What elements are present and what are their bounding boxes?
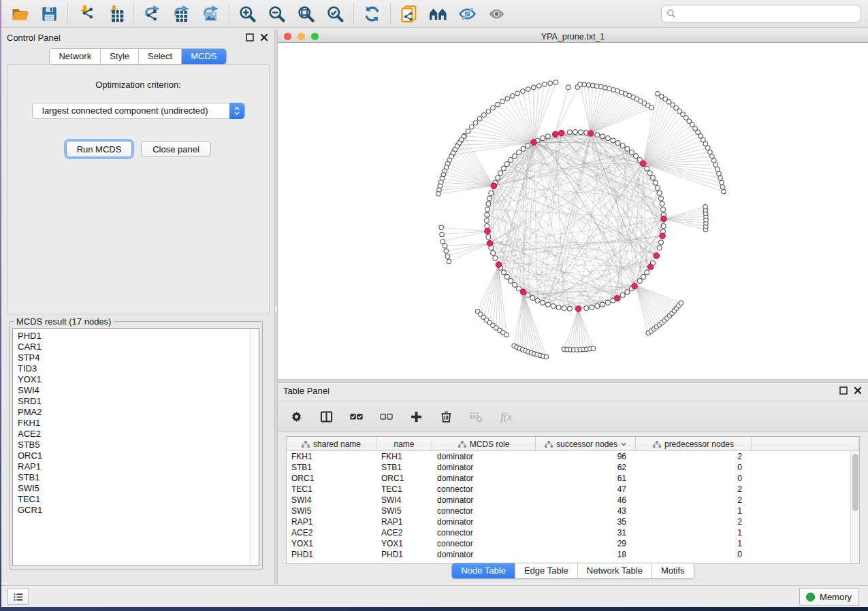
tab-network[interactable]: Network bbox=[50, 49, 101, 64]
mcds-result-list[interactable]: PHD1CAR1STP4TID3YOX1SWI4SRD1PMA2FKH1ACE2… bbox=[12, 328, 259, 566]
refresh-view-button[interactable] bbox=[357, 1, 387, 26]
table-row[interactable]: SWI5SWI5connector431 bbox=[287, 506, 859, 516]
table-scrollbar-thumb[interactable] bbox=[852, 454, 858, 511]
network-canvas[interactable] bbox=[278, 43, 868, 379]
mcds-node-item[interactable]: RAP1 bbox=[18, 461, 259, 472]
tab-network-table[interactable]: Network Table bbox=[578, 563, 652, 578]
mcds-node-item[interactable]: TID3 bbox=[18, 363, 259, 374]
show-all-icon bbox=[488, 5, 505, 22]
mcds-node-item[interactable]: CAR1 bbox=[18, 342, 259, 352]
cell-shared_name: FKH1 bbox=[287, 451, 376, 462]
status-bar: Memory bbox=[1, 585, 868, 607]
show-all-button[interactable] bbox=[482, 1, 511, 26]
memory-button[interactable]: Memory bbox=[799, 588, 859, 606]
tab-select[interactable]: Select bbox=[139, 49, 182, 64]
mcds-result-title: MCDS result (17 nodes) bbox=[14, 316, 114, 327]
table-row[interactable]: ACE2ACE2connector311 bbox=[287, 527, 859, 538]
save-session-button[interactable] bbox=[35, 1, 64, 26]
close-panel-icon[interactable] bbox=[259, 33, 269, 42]
table-row[interactable]: PHD1PHD1dominator180 bbox=[287, 549, 859, 560]
cell-name: ORC1 bbox=[376, 473, 432, 484]
search-input[interactable] bbox=[661, 5, 861, 22]
run-mcds-button[interactable]: Run MCDS bbox=[66, 141, 132, 157]
import-network-icon bbox=[78, 5, 95, 22]
delete-row-button[interactable] bbox=[438, 409, 453, 424]
mcds-node-item[interactable]: ACE2 bbox=[18, 429, 259, 440]
cell-name: STB1 bbox=[376, 462, 432, 473]
zoom-fit-button[interactable] bbox=[291, 1, 321, 26]
hide-columns-button[interactable] bbox=[379, 409, 393, 424]
export-image-button[interactable] bbox=[196, 1, 225, 26]
split-columns-button[interactable] bbox=[319, 409, 334, 424]
mcds-node-item[interactable]: ORC1 bbox=[18, 450, 259, 461]
table-row[interactable]: FKH1FKH1dominator962 bbox=[287, 451, 859, 462]
mcds-node-item[interactable]: SRD1 bbox=[18, 396, 259, 407]
tab-motifs[interactable]: Motifs bbox=[652, 563, 694, 578]
zoom-out-button[interactable] bbox=[262, 1, 291, 26]
clone-network-button[interactable] bbox=[394, 1, 423, 26]
mcds-node-item[interactable]: PMA2 bbox=[18, 407, 259, 418]
tab-edge-table[interactable]: Edge Table bbox=[515, 563, 578, 578]
column-header-predecessor-nodes[interactable]: predecessor nodes bbox=[636, 437, 752, 451]
tab-mcds[interactable]: MCDS bbox=[182, 49, 225, 64]
column-header-name[interactable]: name bbox=[376, 437, 432, 451]
mcds-node-item[interactable]: FKH1 bbox=[18, 418, 259, 429]
column-header-successor-nodes[interactable]: successor nodes bbox=[536, 437, 636, 451]
export-table-button[interactable] bbox=[167, 1, 196, 26]
control-panel-tabs: NetworkStyleSelectMCDS bbox=[1, 48, 274, 65]
mcds-node-item[interactable]: STB1 bbox=[18, 472, 259, 483]
task-history-button[interactable] bbox=[7, 589, 29, 605]
float-panel-icon[interactable] bbox=[839, 386, 848, 395]
zoom-in-button[interactable] bbox=[233, 1, 262, 26]
mcds-node-item[interactable]: STB5 bbox=[18, 440, 259, 450]
import-table-button[interactable] bbox=[101, 1, 130, 26]
network-window-titlebar[interactable]: YPA_prune.txt_1 bbox=[278, 30, 868, 43]
cell-name: TEC1 bbox=[376, 484, 432, 495]
network-graph[interactable] bbox=[278, 43, 868, 379]
cell-successor_nodes: 62 bbox=[536, 462, 636, 473]
cell-name: PHD1 bbox=[376, 549, 432, 560]
table-row[interactable]: ORC1ORC1dominator610 bbox=[287, 473, 859, 484]
column-header-shared-name[interactable]: shared name bbox=[287, 437, 376, 451]
tab-style[interactable]: Style bbox=[101, 49, 139, 64]
table-row[interactable]: TEC1TEC1connector472 bbox=[287, 484, 859, 495]
show-columns-button[interactable] bbox=[349, 409, 364, 424]
open-file-button[interactable] bbox=[5, 1, 35, 26]
svg-text:f(x): f(x) bbox=[500, 411, 513, 423]
first-neighbors-button[interactable] bbox=[423, 1, 453, 26]
delete-row-icon bbox=[440, 410, 453, 423]
cell-shared_name: RAP1 bbox=[287, 516, 376, 527]
mcds-node-item[interactable]: STP4 bbox=[18, 352, 259, 363]
tab-node-table[interactable]: Node Table bbox=[452, 563, 515, 578]
table-row[interactable]: STB1STB1dominator620 bbox=[287, 462, 859, 473]
mcds-node-item[interactable]: TEC1 bbox=[18, 494, 259, 505]
table-scrollbar[interactable] bbox=[850, 451, 859, 563]
gear-button[interactable] bbox=[289, 409, 304, 424]
close-panel-icon[interactable] bbox=[853, 386, 863, 395]
export-network-button[interactable] bbox=[138, 1, 167, 26]
hide-selected-button[interactable] bbox=[453, 1, 482, 26]
table-row[interactable]: YOX1YOX1connector291 bbox=[287, 538, 859, 549]
float-panel-icon[interactable] bbox=[245, 33, 255, 42]
search-box bbox=[661, 5, 861, 22]
column-header-MCDS-role[interactable]: MCDS role bbox=[432, 437, 536, 451]
cell-shared_name: STB1 bbox=[287, 462, 376, 473]
import-network-button[interactable] bbox=[71, 1, 101, 26]
table-panel: Table Panel f(x) shared namenameMCDS rol… bbox=[278, 383, 868, 584]
mcds-list-scrollbar[interactable] bbox=[250, 329, 259, 565]
mcds-node-item[interactable]: PHD1 bbox=[18, 331, 259, 342]
table-row[interactable]: SWI4SWI4dominator462 bbox=[287, 495, 859, 506]
mcds-node-item[interactable]: YOX1 bbox=[18, 374, 259, 385]
table-row[interactable]: RAP1RAP1dominator352 bbox=[287, 516, 859, 527]
mcds-node-item[interactable]: SWI4 bbox=[18, 385, 259, 396]
criterion-value: largest connected component (undirected) bbox=[42, 105, 208, 116]
mcds-node-item[interactable]: SWI5 bbox=[18, 483, 259, 494]
close-panel-button[interactable]: Close panel bbox=[141, 141, 211, 157]
cell-successor_nodes: 46 bbox=[536, 495, 636, 506]
dropdown-stepper-icon bbox=[229, 103, 244, 119]
control-panel-title: Control Panel bbox=[7, 33, 61, 43]
mcds-node-item[interactable]: GCR1 bbox=[18, 505, 259, 516]
add-column-button[interactable] bbox=[408, 409, 423, 424]
zoom-selected-button[interactable] bbox=[321, 1, 350, 26]
criterion-dropdown[interactable]: largest connected component (undirected) bbox=[32, 103, 245, 119]
